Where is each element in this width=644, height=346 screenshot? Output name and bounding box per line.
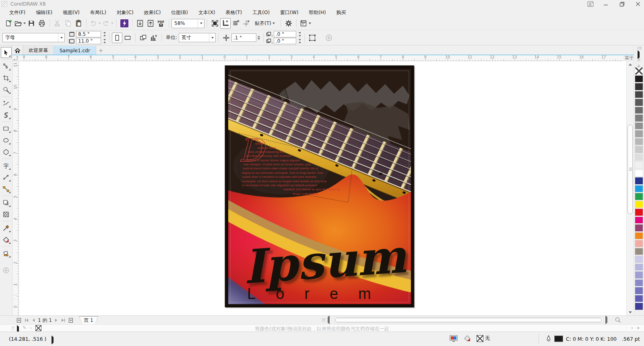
color-swatch-14[interactable]	[635, 177, 643, 185]
color-swatch-30[interactable]	[635, 303, 643, 310]
color-swatch-4[interactable]	[635, 99, 643, 106]
show-grid-toggle[interactable]	[231, 18, 241, 29]
new-document-button[interactable]	[3, 18, 14, 29]
page-width-spinner[interactable]	[102, 31, 107, 37]
color-swatch-26[interactable]	[635, 271, 643, 279]
horizontal-scrollbar[interactable]	[334, 317, 604, 323]
chevron-down-icon[interactable]	[58, 33, 64, 42]
document-palette-scroll-end-icon[interactable]: »	[637, 325, 640, 331]
zoom-to-page-button[interactable]	[614, 316, 621, 325]
menu-item-5[interactable]: 效果(C)	[139, 8, 166, 17]
color-eyedropper-tool[interactable]	[1, 222, 12, 233]
color-swatch-17[interactable]	[635, 201, 643, 208]
print-button[interactable]	[37, 18, 47, 29]
menu-item-9[interactable]: 工具(O)	[247, 8, 275, 17]
duplicate-x-spinner[interactable]	[297, 31, 302, 37]
color-swatch-10[interactable]	[635, 146, 643, 153]
menu-item-12[interactable]: 购买	[331, 8, 351, 17]
scroll-down-button[interactable]	[627, 309, 634, 315]
color-swatch-5[interactable]	[635, 107, 643, 114]
color-swatch-22[interactable]	[635, 240, 643, 247]
outline-color-status[interactable]: C: 0 M: 0 Y: 0 K: 100 .567 pt	[546, 335, 640, 343]
connector-tool[interactable]	[1, 183, 12, 194]
menu-item-4[interactable]: 对象(C)	[111, 8, 139, 17]
vertical-scrollbar[interactable]	[626, 61, 634, 315]
fullscreen-preview-button[interactable]	[210, 18, 220, 29]
poster-title[interactable]: Ipsum Ipsum Lorem	[242, 229, 411, 302]
menu-item-2[interactable]: 视图(V)	[58, 8, 85, 17]
freehand-tool[interactable]	[1, 98, 12, 109]
scroll-up-button[interactable]	[627, 61, 634, 68]
zoom-tool[interactable]	[1, 84, 12, 95]
horizontal-ruler[interactable]: 98765432101234567891011121314151617	[19, 55, 626, 61]
options-button[interactable]	[283, 18, 294, 29]
vertical-ruler[interactable]: 11109876543210	[12, 61, 19, 315]
menu-item-6[interactable]: 位图(B)	[166, 8, 193, 17]
menu-item-8[interactable]: 表格(T)	[221, 8, 248, 17]
ruler-origin-corner[interactable]	[12, 55, 19, 61]
duplicate-distance-y-field[interactable]: .0 "	[274, 38, 296, 44]
tab-welcome-screen[interactable]: 欢迎屏幕	[23, 46, 54, 55]
color-swatch-18[interactable]	[635, 208, 643, 216]
text-tool[interactable]: 字	[1, 160, 12, 171]
ellipse-tool[interactable]	[1, 135, 12, 146]
document-palette-scroll-right-icon[interactable]: ›	[631, 325, 633, 331]
menu-item-0[interactable]: 文件(F)	[4, 8, 31, 17]
page-width-field[interactable]: 8.5 "	[76, 31, 101, 37]
no-color-swatch[interactable]	[635, 67, 643, 75]
paste-button[interactable]	[73, 18, 84, 29]
color-swatch-16[interactable]	[635, 193, 643, 200]
color-swatch-29[interactable]	[635, 295, 643, 303]
color-swatch-7[interactable]	[635, 122, 643, 130]
search-content-button[interactable]	[119, 18, 130, 29]
portrait-orientation-button[interactable]	[112, 33, 122, 43]
import-button[interactable]	[135, 18, 145, 29]
horizontal-scrollbar-thumb[interactable]	[335, 318, 602, 322]
application-launcher-button[interactable]	[299, 18, 312, 29]
palette-drag-handle[interactable]	[637, 47, 642, 50]
color-swatch-21[interactable]	[635, 232, 643, 240]
sign-in-icon[interactable]	[587, 1, 594, 7]
nudge-offset-spinner[interactable]	[256, 33, 261, 42]
chevron-down-icon[interactable]	[198, 19, 204, 28]
color-swatch-1[interactable]	[635, 75, 643, 83]
scroll-left-button[interactable]	[328, 317, 330, 323]
menu-item-7[interactable]: 文本(X)	[193, 8, 221, 17]
menu-item-11[interactable]: 帮助(H)	[303, 8, 331, 17]
snap-to-dropdown[interactable]: 贴齐(T)	[252, 18, 278, 29]
first-page-button[interactable]	[25, 317, 29, 323]
color-swatch-12[interactable]	[635, 161, 643, 169]
drawing-page[interactable]: D oreipsumdolor sit amet,cons ctetuer ad…	[225, 65, 414, 307]
color-swatch-6[interactable]	[635, 114, 643, 122]
fill-color-status[interactable]: 无	[477, 335, 490, 342]
current-page-layout-button[interactable]	[149, 33, 159, 43]
palette-flyout-arrow-icon[interactable]	[638, 52, 640, 58]
color-swatch-25[interactable]	[635, 264, 643, 271]
tab-sample1[interactable]: Sample1.cdr	[54, 46, 96, 55]
duplicate-y-spinner[interactable]	[297, 38, 302, 44]
color-swatch-13[interactable]	[635, 169, 643, 177]
show-rulers-toggle[interactable]	[220, 18, 231, 29]
duplicate-distance-x-field[interactable]: .0 "	[274, 31, 296, 37]
drawing-canvas[interactable]: D oreipsumdolor sit amet,cons ctetuer ad…	[19, 61, 626, 315]
menu-item-1[interactable]: 编辑(E)	[31, 8, 58, 17]
page-size-preset-combobox[interactable]: 字母	[2, 33, 65, 42]
color-swatch-27[interactable]	[635, 279, 643, 287]
color-swatch-28[interactable]	[635, 287, 643, 295]
color-swatch-15[interactable]	[635, 185, 643, 193]
menu-item-3[interactable]: 布局(L)	[85, 8, 111, 17]
menu-item-10[interactable]: 窗口(W)	[275, 8, 303, 17]
pick-tool[interactable]	[1, 47, 12, 58]
color-swatch-20[interactable]	[635, 224, 643, 232]
color-swatch-3[interactable]	[635, 91, 643, 99]
chevron-down-icon[interactable]	[209, 33, 215, 42]
add-property-icon[interactable]	[325, 34, 333, 42]
color-swatch-8[interactable]	[635, 130, 643, 138]
smart-fill-tool[interactable]	[1, 248, 12, 259]
interactive-fill-tool[interactable]	[1, 234, 12, 245]
save-button[interactable]	[26, 18, 37, 29]
nudge-offset-field[interactable]: .1 "	[231, 33, 256, 42]
zoom-level-combobox[interactable]: 58%	[171, 19, 204, 28]
scrollbar-resize-handle[interactable]	[322, 318, 325, 322]
all-pages-layout-button[interactable]	[138, 33, 149, 43]
